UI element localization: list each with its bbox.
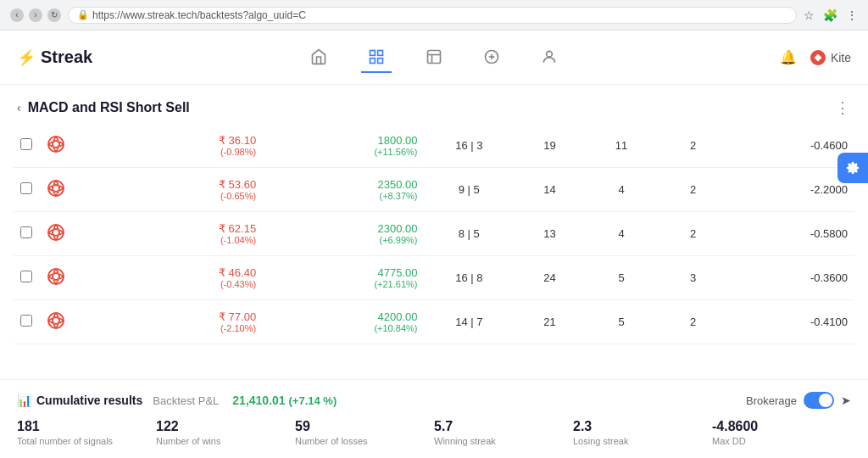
back-arrow[interactable]: ‹: [17, 101, 21, 114]
pnl-value-4: ₹ 77.00: [108, 310, 256, 323]
row-checkbox-cell: [14, 212, 39, 256]
main-nav: [303, 42, 565, 73]
wins-cell-2: 4: [586, 212, 658, 256]
maxdd-cell-4: -0.4100: [729, 300, 854, 344]
svg-rect-2: [370, 58, 376, 63]
table-row: ₹ 62.15 (-1.04%) 2300.00 (+6.99%) 8 | 5 …: [14, 212, 854, 256]
pnl-pct-2: (-1.04%): [108, 235, 256, 245]
pnl-pct-1: (-0.65%): [108, 191, 256, 201]
pnl-pct-3: (-0.43%): [108, 279, 256, 289]
stat-label-1: Number of wins: [156, 436, 295, 446]
svg-point-22: [53, 185, 59, 192]
row-icon-cell: [39, 300, 73, 344]
row-checkbox-2[interactable]: [20, 226, 32, 238]
header-right: 🔔 Kite: [780, 49, 851, 65]
page-header: ‹ MACD and RSI Short Sell ⋮: [0, 85, 868, 124]
ratio-cell-0: 16 | 3: [424, 124, 514, 168]
stat-label-2: Number of losses: [295, 436, 434, 446]
profit-pct-4: (+10.84%): [270, 323, 417, 333]
stat-value-1: 122: [156, 419, 295, 434]
profit-cell-0: 1800.00 (+11.56%): [263, 124, 424, 168]
back-btn[interactable]: ‹: [10, 8, 24, 22]
svg-point-11: [48, 137, 64, 152]
spacer-cell: [73, 124, 102, 168]
pnl-value-3: ₹ 46.40: [108, 266, 256, 279]
profit-val-1: 2350.00: [270, 178, 417, 191]
pnl-cell-4: ₹ 77.00 (-2.10%): [102, 300, 263, 344]
pnl-amount: 21,410.01 (+7.14 %): [232, 394, 337, 407]
logo-text: Streak: [41, 47, 92, 67]
svg-rect-4: [428, 50, 441, 63]
pnl-pct-0: (-0.98%): [108, 147, 256, 157]
row-checkbox-3[interactable]: [20, 271, 32, 282]
pnl-cell-3: ₹ 46.40 (-0.43%): [102, 256, 263, 300]
kite-button[interactable]: Kite: [810, 50, 851, 65]
total-cell-4: 21: [514, 300, 586, 344]
brokerage-label: Brokerage: [746, 394, 797, 407]
url-bar[interactable]: 🔒 https://www.streak.tech/backtests?algo…: [68, 7, 797, 24]
total-cell-2: 13: [514, 212, 586, 256]
svg-point-51: [48, 313, 64, 328]
row-icon-cell: [39, 212, 73, 256]
losses-cell-0: 2: [657, 124, 729, 168]
row-checkbox-1[interactable]: [20, 182, 32, 194]
backtest-pnl-label: Backtest P&L: [153, 394, 219, 407]
stat-value-0: 181: [17, 419, 156, 434]
app: ⚡ Streak 🔔: [0, 31, 868, 458]
forward-btn[interactable]: ›: [29, 8, 42, 22]
main-content: ‹ MACD and RSI Short Sell ⋮: [0, 85, 868, 458]
row-icon-cell: [39, 168, 73, 212]
stat-item-2: 59 Number of losses: [295, 419, 434, 446]
more-options-button[interactable]: ⋮: [835, 98, 851, 117]
logo-icon: ⚡: [17, 48, 36, 67]
svg-point-41: [48, 269, 64, 284]
star-icon[interactable]: ☆: [804, 8, 815, 22]
row-checkbox-0[interactable]: [20, 138, 32, 150]
stat-item-1: 122 Number of wins: [156, 419, 295, 446]
svg-point-52: [53, 317, 59, 324]
profit-pct-2: (+6.99%): [270, 235, 417, 245]
menu-icon[interactable]: ⋮: [846, 8, 858, 22]
row-icon-cell: [39, 124, 73, 168]
extension-icon[interactable]: 🧩: [823, 8, 837, 22]
table-row: ₹ 53.60 (-0.65%) 2350.00 (+8.37%) 9 | 5 …: [14, 168, 854, 212]
svg-rect-0: [370, 50, 376, 55]
page-title: MACD and RSI Short Sell: [28, 100, 190, 115]
row-checkbox-cell: [14, 124, 39, 168]
svg-rect-3: [378, 58, 383, 63]
nav-chart[interactable]: [419, 42, 449, 73]
row-checkbox-4[interactable]: [20, 315, 32, 327]
losses-cell-2: 2: [657, 212, 729, 256]
settings-fab[interactable]: [837, 153, 868, 183]
browser-chrome: ‹ › ↻ 🔒 https://www.streak.tech/backtest…: [0, 0, 868, 31]
svg-point-31: [48, 225, 64, 240]
cumulative-label: 📊 Cumulative results: [17, 394, 142, 407]
nav-grid[interactable]: [361, 42, 392, 73]
losses-cell-4: 2: [657, 300, 729, 344]
logo: ⚡ Streak: [17, 47, 92, 67]
ratio-cell-3: 16 | 8: [424, 256, 514, 300]
maxdd-cell-1: -2.2000: [729, 168, 854, 212]
cumulative-row: 📊 Cumulative results Backtest P&L 21,410…: [17, 392, 851, 409]
cumulative-text: Cumulative results: [36, 394, 142, 407]
nav-scan[interactable]: [476, 42, 507, 73]
profit-cell-2: 2300.00 (+6.99%): [263, 212, 424, 256]
stats-row: 181 Total number of signals 122 Number o…: [17, 419, 851, 446]
bell-icon[interactable]: 🔔: [780, 49, 797, 65]
pnl-value-2: ₹ 62.15: [108, 222, 256, 235]
kite-logo: [810, 50, 826, 65]
wins-cell-3: 5: [586, 256, 658, 300]
nav-profile[interactable]: [534, 42, 565, 73]
arrow-icon[interactable]: ➤: [841, 394, 851, 407]
refresh-btn[interactable]: ↻: [47, 8, 61, 22]
nav-home[interactable]: [303, 42, 334, 73]
kite-label: Kite: [831, 51, 851, 64]
profit-pct-0: (+11.56%): [270, 147, 417, 157]
pnl-cell-2: ₹ 62.15 (-1.04%): [102, 212, 263, 256]
stat-value-4: 2.3: [573, 419, 712, 434]
stat-label-0: Total number of signals: [17, 436, 156, 446]
brokerage-toggle[interactable]: [804, 392, 834, 409]
ratio-cell-2: 8 | 5: [424, 212, 514, 256]
pnl-cell-1: ₹ 53.60 (-0.65%): [102, 168, 263, 212]
svg-rect-1: [378, 50, 383, 55]
